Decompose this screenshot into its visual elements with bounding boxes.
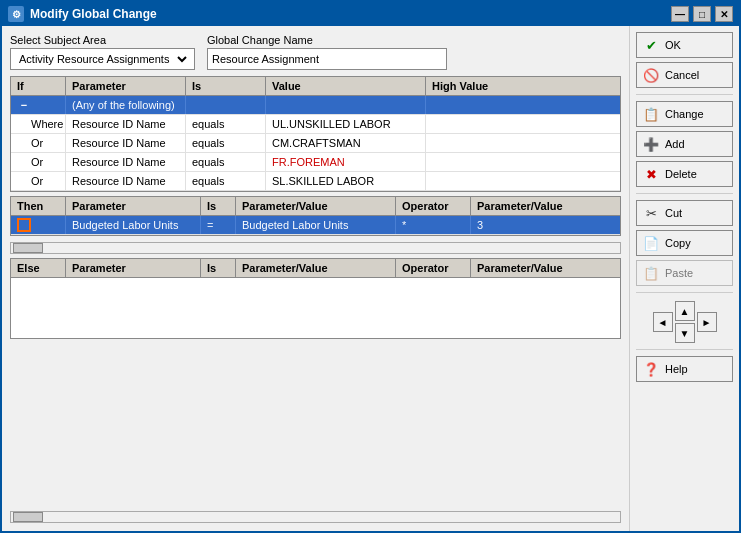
divider-2: [636, 193, 733, 194]
th-operator: Operator: [396, 197, 471, 215]
else-table-body: [11, 278, 620, 338]
table-row[interactable]: Or Resource ID Name equals FR.FOREMAN: [11, 153, 620, 172]
td-high-value: [426, 153, 620, 171]
th-if: If: [11, 77, 66, 95]
delete-icon: ✖: [643, 166, 659, 182]
td-pv1: Budgeted Labor Units: [236, 216, 396, 234]
nav-left-button[interactable]: ◄: [653, 312, 673, 332]
td-then: [11, 216, 66, 234]
then-section: Then Parameter Is Parameter/Value Operat…: [10, 196, 621, 236]
table-row[interactable]: − (Any of the following): [11, 96, 620, 115]
delete-label: Delete: [665, 168, 697, 180]
help-label: Help: [665, 363, 688, 375]
copy-button[interactable]: 📄 Copy: [636, 230, 733, 256]
sections-container: If Parameter Is Value High Value − (Any …: [10, 76, 621, 523]
add-button[interactable]: ➕ Add: [636, 131, 733, 157]
subject-area-label: Select Subject Area: [10, 34, 195, 46]
td-high-value: [426, 115, 620, 133]
paste-icon: 📋: [643, 265, 659, 281]
divider-4: [636, 349, 733, 350]
cancel-icon: 🚫: [643, 67, 659, 83]
help-button[interactable]: ❓ Help: [636, 356, 733, 382]
nav-up-button[interactable]: ▲: [675, 301, 695, 321]
td-param2: Budgeted Labor Units: [66, 216, 201, 234]
td-operator: *: [396, 216, 471, 234]
th-pv1: Parameter/Value: [236, 197, 396, 215]
cut-icon: ✂: [643, 205, 659, 221]
cut-button[interactable]: ✂ Cut: [636, 200, 733, 226]
change-icon: 📋: [643, 106, 659, 122]
td-value: UL.UNSKILLED LABOR: [266, 115, 426, 133]
table-row[interactable]: Where Resource ID Name equals UL.UNSKILL…: [11, 115, 620, 134]
copy-icon: 📄: [643, 235, 659, 251]
paste-label: Paste: [665, 267, 693, 279]
then-table-header: Then Parameter Is Parameter/Value Operat…: [11, 197, 620, 216]
window-icon: ⚙: [8, 6, 24, 22]
table-row[interactable]: Or Resource ID Name equals SL.SKILLED LA…: [11, 172, 620, 191]
td-if: Where: [11, 115, 66, 133]
th-pv2: Parameter/Value: [471, 197, 620, 215]
ok-button[interactable]: ✔ OK: [636, 32, 733, 58]
subject-area-select[interactable]: Activity Resource Assignments: [10, 48, 195, 70]
th-value: Value: [266, 77, 426, 95]
then-table-body: Budgeted Labor Units = Budgeted Labor Un…: [11, 216, 620, 235]
if-table-header: If Parameter Is Value High Value: [11, 77, 620, 96]
close-button[interactable]: ✕: [715, 6, 733, 22]
td-value: SL.SKILLED LABOR: [266, 172, 426, 190]
td-is: [186, 96, 266, 114]
td-if: −: [11, 96, 66, 114]
cancel-button[interactable]: 🚫 Cancel: [636, 62, 733, 88]
form-row: Select Subject Area Activity Resource As…: [10, 34, 621, 70]
minimize-button[interactable]: —: [671, 6, 689, 22]
main-window: ⚙ Modify Global Change — □ ✕ Select Subj…: [0, 0, 741, 533]
global-change-group: Global Change Name: [207, 34, 447, 70]
th-operator: Operator: [396, 259, 471, 277]
ok-label: OK: [665, 39, 681, 51]
paste-button[interactable]: 📋 Paste: [636, 260, 733, 286]
td-high-value: [426, 134, 620, 152]
maximize-button[interactable]: □: [693, 6, 711, 22]
main-content: Select Subject Area Activity Resource As…: [2, 26, 739, 531]
if-section: If Parameter Is Value High Value − (Any …: [10, 76, 621, 192]
td-value: CM.CRAFTSMAN: [266, 134, 426, 152]
table-row[interactable]: Or Resource ID Name equals CM.CRAFTSMAN: [11, 134, 620, 153]
th-param2: Parameter: [66, 197, 201, 215]
td-if: Or: [11, 134, 66, 152]
bottom-scrollbar[interactable]: [10, 511, 621, 523]
if-table-body: − (Any of the following) Where Resource …: [11, 96, 620, 191]
cut-label: Cut: [665, 207, 682, 219]
th-param2: Parameter: [66, 259, 201, 277]
nav-right-button[interactable]: ►: [697, 312, 717, 332]
th-param: Parameter: [66, 77, 186, 95]
td-high-value: [426, 96, 620, 114]
minus-icon[interactable]: −: [17, 98, 31, 112]
td-high-value: [426, 172, 620, 190]
nav-down-button[interactable]: ▼: [675, 323, 695, 343]
td-param: (Any of the following): [66, 96, 186, 114]
title-bar-controls: — □ ✕: [671, 6, 733, 22]
divider-1: [636, 94, 733, 95]
subject-area-dropdown[interactable]: Activity Resource Assignments: [15, 49, 190, 69]
td-value: FR.FOREMAN: [266, 153, 426, 171]
td-param: Resource ID Name: [66, 134, 186, 152]
window-title: Modify Global Change: [30, 7, 671, 21]
td-is: equals: [186, 172, 266, 190]
help-icon: ❓: [643, 361, 659, 377]
change-button[interactable]: 📋 Change: [636, 101, 733, 127]
td-param: Resource ID Name: [66, 115, 186, 133]
global-change-input[interactable]: [207, 48, 447, 70]
td-value: [266, 96, 426, 114]
add-label: Add: [665, 138, 685, 150]
bottom-scrollbar-thumb: [13, 512, 43, 522]
table-row[interactable]: Budgeted Labor Units = Budgeted Labor Un…: [11, 216, 620, 235]
nav-row: ◄ ▲ ▼ ►: [636, 301, 733, 343]
ok-icon: ✔: [643, 37, 659, 53]
th-then: Then: [11, 197, 66, 215]
title-bar: ⚙ Modify Global Change — □ ✕: [2, 2, 739, 26]
td-is2: =: [201, 216, 236, 234]
th-is2: Is: [201, 259, 236, 277]
middle-scrollbar[interactable]: [10, 242, 621, 254]
delete-button[interactable]: ✖ Delete: [636, 161, 733, 187]
td-is: equals: [186, 153, 266, 171]
th-pv1: Parameter/Value: [236, 259, 396, 277]
